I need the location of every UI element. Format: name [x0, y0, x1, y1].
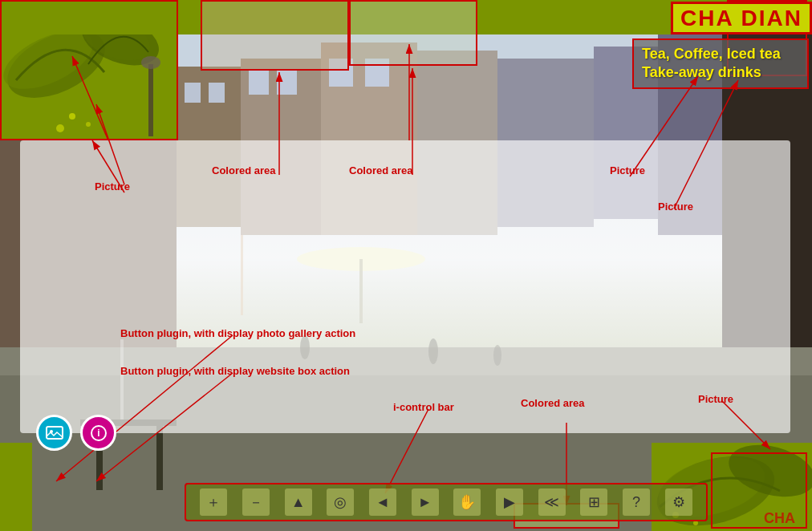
overlay-panel [20, 140, 790, 433]
logo-box: CHA DIAN [671, 2, 812, 34]
zoom-in-button[interactable]: ＋ [200, 488, 227, 516]
target-button[interactable]: ◎ [327, 488, 354, 516]
svg-rect-27 [156, 426, 163, 490]
grab-button[interactable]: ✋ [453, 488, 481, 516]
svg-text:i: i [97, 428, 99, 439]
move-prev-button[interactable]: ◄ [369, 488, 396, 516]
svg-rect-45 [47, 427, 63, 439]
zoom-out-button[interactable]: － [242, 488, 270, 516]
help-button[interactable]: ? [623, 488, 650, 516]
svg-rect-14 [185, 83, 201, 103]
colored-area-1 [201, 0, 349, 71]
grid-button[interactable]: ⊞ [580, 488, 607, 516]
share-button[interactable]: ≪ [538, 488, 566, 516]
bottom-left-green-area [0, 443, 32, 531]
tea-coffee-box: Tea, Coffee, Iced teaTake-away drinks [632, 39, 809, 89]
svg-rect-16 [249, 71, 269, 95]
control-bar: ＋ － ▲ ◎ ◄ ► ✋ ▶ ≪ ⊞ ? ⚙ [185, 483, 708, 521]
move-up-button[interactable]: ▲ [285, 488, 312, 516]
move-next-button[interactable]: ► [412, 488, 439, 516]
colored-area-2 [349, 0, 477, 66]
picture-rect-bottomright [711, 452, 807, 529]
svg-rect-15 [209, 83, 225, 103]
website-button[interactable]: i [80, 415, 116, 451]
photo-gallery-button[interactable] [36, 415, 72, 451]
svg-rect-17 [277, 71, 297, 95]
main-view: CHA DIAN Tea, Coffee, Iced teaTake-away … [0, 0, 812, 531]
picture-rect-topleft [0, 0, 178, 140]
play-button[interactable]: ▶ [496, 488, 523, 516]
tea-coffee-text: Tea, Coffee, Iced teaTake-away drinks [642, 45, 799, 83]
settings-button[interactable]: ⚙ [665, 488, 692, 516]
logo-text: CHA DIAN [680, 6, 802, 31]
